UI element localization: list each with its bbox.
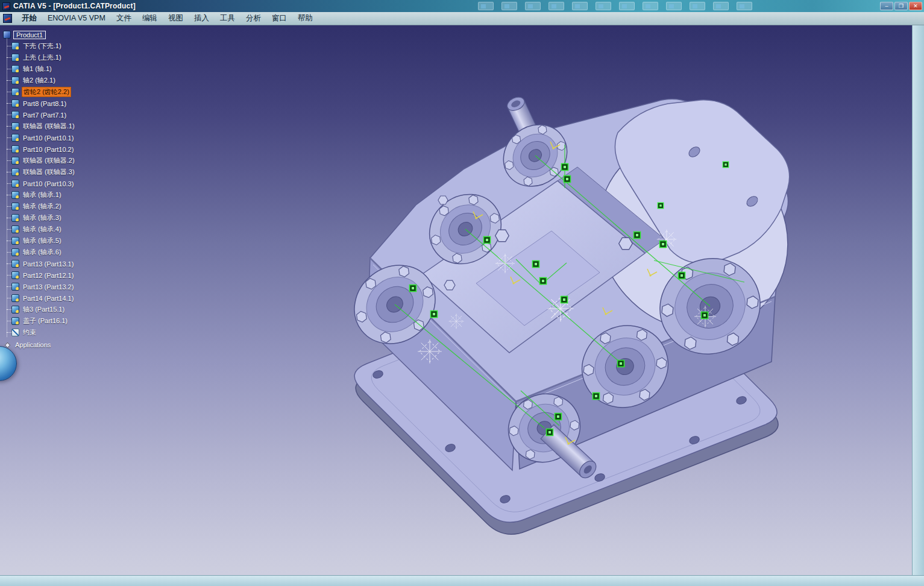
tree-item-label: 轴承 (轴承.1) bbox=[22, 191, 63, 200]
toolbar-dock-right bbox=[912, 25, 924, 575]
menu-item-4[interactable]: 视图 bbox=[163, 12, 189, 25]
tree-item-9[interactable]: Part10 (Part10.2) bbox=[3, 143, 76, 155]
tree-item-label: Part10 (Part10.3) bbox=[22, 180, 75, 187]
tree-item-10[interactable]: 联轴器 (联轴器.2) bbox=[3, 155, 76, 166]
tree-item-label: 轴3 (Part15.1) bbox=[22, 305, 66, 314]
tree-item-22[interactable]: Part14 (Part14.1) bbox=[3, 292, 76, 304]
menu-item-8[interactable]: 窗口 bbox=[266, 12, 292, 25]
applications-icon bbox=[5, 342, 11, 348]
tree-item-21[interactable]: Part13 (Part13.2) bbox=[3, 281, 76, 292]
ghost-toolbar-icon bbox=[548, 2, 564, 10]
part-icon bbox=[11, 214, 19, 222]
tree-item-23[interactable]: 轴3 (Part15.1) bbox=[3, 304, 76, 315]
tree-item-applications[interactable]: Applications bbox=[3, 339, 76, 350]
ghost-toolbar-icon bbox=[619, 2, 635, 10]
menu-item-1[interactable]: ENOVIA V5 VPM bbox=[42, 12, 111, 25]
menu-item-7[interactable]: 分析 bbox=[240, 12, 266, 25]
ghost-toolbar-icon bbox=[737, 2, 752, 10]
tree-item-16[interactable]: 轴承 (轴承.4) bbox=[3, 224, 76, 235]
menu-item-5[interactable]: 插入 bbox=[189, 12, 215, 25]
tree-item-7[interactable]: 联轴器 (联轴器.1) bbox=[3, 121, 76, 132]
tree-item-label: 联轴器 (联轴器.3) bbox=[22, 168, 76, 177]
menu-item-3[interactable]: 编辑 bbox=[137, 12, 163, 25]
part-icon bbox=[11, 294, 19, 302]
tree-item-label: 轴承 (轴承.2) bbox=[22, 202, 63, 211]
gearbox-assembly-model[interactable] bbox=[0, 0, 924, 586]
product-icon bbox=[3, 31, 11, 39]
tree-item-1[interactable]: 上壳 (上壳.1) bbox=[3, 52, 76, 63]
tree-item-11[interactable]: 联轴器 (联轴器.3) bbox=[3, 166, 76, 178]
part-icon bbox=[11, 42, 19, 50]
menu-item-6[interactable]: 工具 bbox=[215, 12, 240, 25]
tree-item-label: 盖子 (Part16.1) bbox=[22, 317, 69, 326]
tree-item-label: 下壳 (下壳.1) bbox=[22, 42, 63, 51]
toolbar-dock-bottom bbox=[0, 575, 924, 586]
part-icon bbox=[11, 54, 19, 61]
ghost-toolbar-icon bbox=[666, 2, 682, 10]
specification-tree: Product1 下壳 (下壳.1)上壳 (上壳.1)轴1 (轴.1)轴2 (轴… bbox=[3, 29, 76, 350]
tree-item-12[interactable]: Part10 (Part10.3) bbox=[3, 178, 76, 189]
tree-item-label: Part13 (Part13.1) bbox=[22, 260, 75, 268]
close-button[interactable]: ✕ bbox=[909, 2, 922, 10]
tree-item-8[interactable]: Part10 (Part10.1) bbox=[3, 132, 76, 143]
window-controls: – ❐ ✕ bbox=[880, 2, 922, 10]
tree-item-6[interactable]: Part7 (Part7.1) bbox=[3, 109, 76, 121]
minimize-button[interactable]: – bbox=[880, 2, 893, 10]
tree-item-label: Part10 (Part10.2) bbox=[22, 146, 75, 153]
tree-root-label: Product1 bbox=[13, 31, 46, 39]
tree-items: 下壳 (下壳.1)上壳 (上壳.1)轴1 (轴.1)轴2 (轴2.1)齿轮2 (… bbox=[3, 40, 76, 338]
tree-root-product[interactable]: Product1 bbox=[3, 29, 76, 40]
part-icon bbox=[11, 134, 19, 142]
tree-item-15[interactable]: 轴承 (轴承.3) bbox=[3, 212, 76, 224]
part-icon bbox=[11, 77, 19, 84]
part-icon bbox=[11, 260, 19, 268]
tree-item-4[interactable]: 齿轮2 (齿轮2.2) bbox=[3, 86, 76, 98]
part-icon bbox=[11, 180, 19, 187]
tree-item-2[interactable]: 轴1 (轴.1) bbox=[3, 63, 76, 75]
tree-item-25[interactable]: 约束 bbox=[3, 327, 76, 338]
tree-item-label: 联轴器 (联轴器.2) bbox=[22, 156, 76, 165]
part-icon bbox=[11, 122, 19, 130]
tree-item-19[interactable]: Part13 (Part13.1) bbox=[3, 258, 76, 269]
tree-item-13[interactable]: 轴承 (轴承.1) bbox=[3, 189, 76, 201]
tree-item-label: Part8 (Part8.1) bbox=[22, 100, 68, 107]
tree-item-label: 联轴器 (联轴器.1) bbox=[22, 122, 76, 131]
part-icon bbox=[11, 225, 19, 233]
part-icon bbox=[11, 145, 19, 153]
tree-item-label: Part14 (Part14.1) bbox=[22, 295, 75, 302]
applications-label: Applications bbox=[14, 341, 52, 348]
ghost-toolbar-icon bbox=[690, 2, 705, 10]
part-icon bbox=[11, 168, 19, 176]
window-title: CATIA V5 - [Product1.CATProduct] bbox=[13, 2, 136, 10]
tree-item-18[interactable]: 轴承 (轴承.6) bbox=[3, 247, 76, 258]
part-icon bbox=[11, 99, 19, 107]
tree-item-20[interactable]: Part12 (Part12.1) bbox=[3, 269, 76, 281]
maximize-button[interactable]: ❐ bbox=[894, 2, 908, 10]
menu-item-0[interactable]: 开始 bbox=[16, 12, 42, 25]
part-icon bbox=[11, 317, 19, 325]
catia-logo-icon bbox=[3, 14, 12, 23]
menu-item-2[interactable]: 文件 bbox=[111, 12, 137, 25]
tree-item-3[interactable]: 轴2 (轴2.1) bbox=[3, 75, 76, 86]
constraints-icon bbox=[11, 329, 19, 336]
tree-item-label: 轴承 (轴承.5) bbox=[22, 236, 63, 245]
tree-item-label: Part13 (Part13.2) bbox=[22, 283, 75, 291]
part-icon bbox=[11, 65, 19, 73]
tree-item-14[interactable]: 轴承 (轴承.2) bbox=[3, 201, 76, 212]
tree-item-0[interactable]: 下壳 (下壳.1) bbox=[3, 40, 76, 52]
catia-app-icon bbox=[2, 2, 10, 10]
tree-item-label: 上壳 (上壳.1) bbox=[22, 53, 63, 62]
tree-item-17[interactable]: 轴承 (轴承.5) bbox=[3, 235, 76, 247]
tree-item-label: 轴承 (轴承.6) bbox=[22, 248, 63, 257]
tree-item-24[interactable]: 盖子 (Part16.1) bbox=[3, 315, 76, 327]
menu-item-9[interactable]: 帮助 bbox=[292, 12, 318, 25]
tree-item-label: 轴承 (轴承.3) bbox=[22, 213, 63, 222]
part-icon bbox=[11, 237, 19, 245]
tree-item-label: 齿轮2 (齿轮2.2) bbox=[22, 87, 71, 97]
menu-bar-items: 开始ENOVIA V5 VPM文件编辑视图插入工具分析窗口帮助 bbox=[16, 12, 318, 25]
catia-window: Product1 下壳 (下壳.1)上壳 (上壳.1)轴1 (轴.1)轴2 (轴… bbox=[0, 0, 924, 586]
tree-item-label: Part7 (Part7.1) bbox=[22, 112, 68, 119]
tree-item-5[interactable]: Part8 (Part8.1) bbox=[3, 98, 76, 109]
title-bar[interactable]: CATIA V5 - [Product1.CATProduct] – ❐ ✕ bbox=[0, 0, 924, 12]
ghost-toolbar-icon bbox=[525, 2, 541, 10]
